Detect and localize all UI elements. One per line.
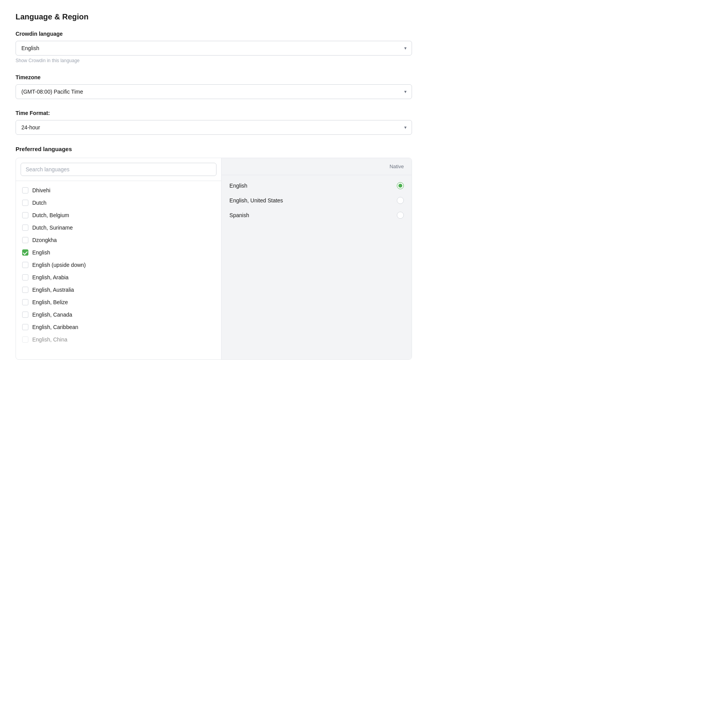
language-item-label: English, Arabia xyxy=(32,274,68,280)
selected-language-list: English English, United States Spanish xyxy=(222,175,412,226)
search-input[interactable] xyxy=(21,163,216,176)
language-item-label: Dzongkha xyxy=(32,237,57,243)
search-input-wrapper xyxy=(16,158,221,181)
language-checkbox-english-canada[interactable] xyxy=(22,312,28,318)
language-item-label: Dutch, Suriname xyxy=(32,225,73,231)
language-checkbox-english-caribbean[interactable] xyxy=(22,324,28,330)
list-item[interactable]: English, Canada xyxy=(16,308,221,321)
language-checkbox-english-arabia[interactable] xyxy=(22,274,28,280)
list-item[interactable]: Spanish xyxy=(222,208,412,223)
language-item-label: Dutch, Belgium xyxy=(32,212,69,218)
crowdin-language-hint: Show Crowdin in this language xyxy=(16,58,412,63)
language-checkbox-english-china[interactable] xyxy=(22,336,28,343)
list-item[interactable]: Dutch, Belgium xyxy=(16,209,221,221)
language-checkbox-dutch-suriname[interactable] xyxy=(22,225,28,231)
time-format-label: Time Format: xyxy=(16,110,412,116)
language-item-label: English, Australia xyxy=(32,287,74,293)
page-title: Language & Region xyxy=(16,12,412,21)
list-item[interactable]: Dzongkha xyxy=(16,234,221,246)
list-item[interactable]: English, Arabia xyxy=(16,271,221,284)
time-format-select-wrapper: 24-hour 12-hour ▾ xyxy=(16,120,412,135)
language-item-label: English, Caribbean xyxy=(32,324,78,330)
language-item-label: English, China xyxy=(32,336,67,343)
crowdin-language-select-wrapper: English ▾ xyxy=(16,41,412,56)
language-checkbox-english-belize[interactable] xyxy=(22,299,28,305)
language-item-label: English, Belize xyxy=(32,299,68,305)
timezone-label: Timezone xyxy=(16,74,412,80)
native-radio-english[interactable] xyxy=(397,182,404,189)
list-item[interactable]: English xyxy=(16,246,221,259)
list-item[interactable]: English, Belize xyxy=(16,296,221,308)
time-format-section: Time Format: 24-hour 12-hour ▾ xyxy=(16,110,412,135)
selected-language-label: English, United States xyxy=(229,197,283,204)
crowdin-language-select[interactable]: English xyxy=(16,41,412,56)
crowdin-language-label: Crowdin language xyxy=(16,31,412,37)
preferred-languages-label: Preferred languages xyxy=(16,146,412,152)
selected-language-label: Spanish xyxy=(229,212,249,218)
selected-language-label: English xyxy=(229,183,247,189)
language-checkbox-dhivehi[interactable] xyxy=(22,187,28,193)
list-item[interactable]: English (upside down) xyxy=(16,259,221,271)
language-item-label: English xyxy=(32,249,50,256)
timezone-select[interactable]: (GMT-08:00) Pacific Time xyxy=(16,84,412,99)
native-radio-spanish[interactable] xyxy=(397,212,404,219)
timezone-section: Timezone (GMT-08:00) Pacific Time ▾ xyxy=(16,74,412,99)
list-item[interactable]: English, Caribbean xyxy=(16,321,221,333)
list-item[interactable]: Dutch xyxy=(16,197,221,209)
time-format-select[interactable]: 24-hour 12-hour xyxy=(16,120,412,135)
list-item[interactable]: English xyxy=(222,178,412,193)
timezone-select-wrapper: (GMT-08:00) Pacific Time ▾ xyxy=(16,84,412,99)
language-picker: Dhivehi Dutch Dutch, Belgium Dutch, Suri… xyxy=(16,158,412,360)
language-checkbox-english-upside-down[interactable] xyxy=(22,262,28,268)
language-checkbox-english-australia[interactable] xyxy=(22,287,28,293)
list-item[interactable]: Dhivehi xyxy=(16,184,221,197)
list-item[interactable]: English, Australia xyxy=(16,284,221,296)
list-item[interactable]: English, United States xyxy=(222,193,412,208)
language-item-label: Dhivehi xyxy=(32,187,51,193)
language-item-label: English (upside down) xyxy=(32,262,86,268)
language-checkbox-dutch[interactable] xyxy=(22,200,28,206)
available-languages-panel: Dhivehi Dutch Dutch, Belgium Dutch, Suri… xyxy=(16,158,222,359)
language-checkbox-dzongkha[interactable] xyxy=(22,237,28,243)
selected-languages-panel: Native English English, United States Sp… xyxy=(222,158,412,359)
list-item[interactable]: English, China xyxy=(16,333,221,346)
list-item[interactable]: Dutch, Suriname xyxy=(16,221,221,234)
native-column-header: Native xyxy=(222,158,412,175)
preferred-languages-section: Preferred languages Dhivehi Dutch Dutch,… xyxy=(16,146,412,360)
language-checkbox-english[interactable] xyxy=(22,249,28,256)
language-list: Dhivehi Dutch Dutch, Belgium Dutch, Suri… xyxy=(16,181,221,359)
language-item-label: Dutch xyxy=(32,200,47,206)
crowdin-language-section: Crowdin language English ▾ Show Crowdin … xyxy=(16,31,412,63)
native-radio-english-us[interactable] xyxy=(397,197,404,204)
language-checkbox-dutch-belgium[interactable] xyxy=(22,212,28,218)
language-item-label: English, Canada xyxy=(32,312,72,318)
